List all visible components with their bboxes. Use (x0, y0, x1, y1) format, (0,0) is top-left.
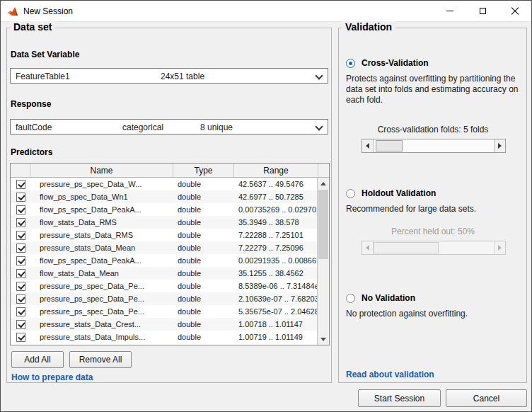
close-button[interactable] (499, 1, 531, 21)
predictor-range: 35.3949 .. 38.578 (234, 218, 318, 227)
predictor-range: 8.5389e-06 .. 7.31484e-05 (234, 282, 318, 290)
predictor-checkbox[interactable] (16, 231, 25, 240)
column-header-range[interactable]: Range (234, 164, 318, 177)
predictor-name: pressure_stats_Data_Mean (30, 244, 173, 252)
predictors-table: Name Type Range pressure_ps_spec_Data_W.… (10, 163, 330, 345)
radio-unselected-icon (346, 294, 355, 303)
no-validation-description: No protection against overfitting. (346, 309, 523, 319)
table-scrollbar[interactable] (317, 178, 329, 345)
table-row[interactable]: pressure_ps_spec_Data_Pe... double 5.356… (11, 305, 318, 318)
table-row[interactable]: flow_ps_spec_Data_PeakA... double 0.0029… (11, 254, 318, 267)
predictor-checkbox[interactable] (16, 205, 25, 214)
table-row[interactable]: pressure_stats_Data_Crest... double 1.00… (11, 318, 318, 331)
response-info: 8 unique (200, 122, 233, 132)
predictor-type: double (173, 231, 234, 239)
cross-validation-description: Protects against overfitting by partitio… (346, 74, 523, 105)
holdout-validation-radio[interactable]: Holdout Validation (346, 188, 436, 198)
predictor-name: pressure_stats_Data_Crest... (30, 320, 173, 328)
table-row[interactable]: pressure_stats_Data_Impuls... double 1.0… (11, 331, 318, 343)
table-row[interactable]: pressure_stats_Data_Mean double 7.22279 … (11, 241, 318, 254)
response-type: categorical (122, 122, 163, 132)
predictors-label: Predictors (11, 147, 52, 157)
predictor-range: 0.00735269 .. 0.0297018 (234, 205, 318, 214)
predictor-checkbox[interactable] (16, 307, 25, 316)
new-session-dialog: New Session Data set Data Set Variable F… (0, 0, 532, 412)
data-set-variable-value: FeatureTable1 (16, 71, 70, 81)
folds-slider-thumb[interactable] (376, 140, 403, 151)
predictor-checkbox[interactable] (16, 320, 25, 329)
arrow-up-icon (320, 182, 326, 185)
predictor-range: 42.5637 .. 49.5476 (234, 180, 318, 188)
close-icon (511, 7, 519, 16)
predictor-range: 7.22288 .. 7.25101 (234, 231, 318, 239)
slider-left-arrow-button[interactable] (362, 139, 374, 152)
data-set-variable-label: Data Set Variable (11, 50, 79, 59)
maximize-button[interactable] (466, 1, 499, 21)
scroll-down-button[interactable] (318, 333, 329, 345)
predictor-name: flow_stats_Data_RMS (30, 218, 173, 227)
validation-panel: Validation Cross-Validation Protects aga… (338, 28, 527, 383)
folds-label: Cross-validation folds: 5 folds (346, 125, 520, 135)
table-body: pressure_ps_spec_Data_W... double 42.563… (11, 178, 318, 345)
predictor-range: 5.35675e-07 .. 2.04628e-06 (234, 307, 318, 316)
data-set-variable-dropdown[interactable]: FeatureTable1 24x51 table (10, 68, 328, 84)
predictor-type: double (173, 269, 234, 277)
scroll-up-button[interactable] (318, 178, 329, 189)
holdout-validation-label: Holdout Validation (362, 188, 436, 198)
scrollbar-thumb[interactable] (318, 190, 328, 259)
predictor-type: double (173, 256, 234, 265)
remove-all-button[interactable]: Remove All (69, 351, 132, 368)
folds-slider[interactable] (362, 139, 506, 153)
window-title: New Session (23, 6, 73, 16)
column-header-checkbox[interactable] (11, 164, 30, 177)
column-header-name[interactable]: Name (30, 164, 173, 177)
slider-right-arrow-button[interactable] (494, 139, 505, 152)
predictor-checkbox[interactable] (16, 269, 25, 278)
how-to-prepare-data-link[interactable]: How to prepare data (11, 372, 93, 382)
predictor-name: flow_ps_spec_Data_PeakA... (30, 205, 173, 214)
chevron-down-icon (316, 124, 322, 130)
predictor-checkbox[interactable] (16, 256, 25, 265)
minimize-button[interactable] (434, 1, 466, 21)
table-row[interactable]: pressure_ps_spec_Data_W... double 42.563… (11, 178, 318, 190)
predictor-checkbox[interactable] (16, 282, 25, 291)
predictor-checkbox[interactable] (16, 180, 25, 189)
predictor-checkbox[interactable] (16, 193, 25, 202)
predictor-name: flow_ps_spec_Data_PeakA... (30, 256, 173, 265)
table-row[interactable]: pressure_ps_spec_Data_Pe... double 8.538… (11, 280, 318, 292)
cross-validation-radio[interactable]: Cross-Validation (346, 58, 429, 68)
predictor-checkbox[interactable] (16, 294, 25, 304)
response-label: Response (11, 99, 51, 109)
predictor-name: pressure_ps_spec_Data_Pe... (30, 282, 173, 290)
start-session-button[interactable]: Start Session (358, 389, 441, 407)
table-row[interactable]: flow_stats_Data_Mean double 35.1255 .. 3… (11, 267, 318, 280)
response-dropdown[interactable]: faultCode categorical 8 unique (10, 119, 328, 135)
predictor-checkbox[interactable] (16, 218, 25, 227)
arrow-left-icon (366, 143, 369, 149)
percent-slider-thumb (374, 242, 439, 253)
predictor-range: 2.10639e-07 .. 7.68203e-07 (234, 294, 318, 303)
arrow-right-icon (498, 143, 502, 149)
predictor-type: double (173, 218, 234, 227)
predictor-checkbox[interactable] (16, 244, 25, 253)
predictor-checkbox[interactable] (16, 333, 25, 342)
column-header-type[interactable]: Type (173, 164, 234, 177)
no-validation-radio[interactable]: No Validation (346, 293, 415, 303)
table-header: Name Type Range (11, 164, 329, 178)
predictor-type: double (173, 205, 234, 214)
table-row[interactable]: pressure_stats_Data_RMS double 7.22288 .… (11, 229, 318, 241)
predictor-range: 1.00719 .. 1.01149 (234, 333, 318, 341)
arrow-down-icon (320, 338, 326, 341)
table-row[interactable]: flow_stats_Data_RMS double 35.3949 .. 38… (11, 216, 318, 229)
add-all-button[interactable]: Add All (11, 351, 64, 368)
cancel-button[interactable]: Cancel (446, 389, 527, 407)
table-row[interactable]: flow_ps_spec_Data_PeakA... double 0.0073… (11, 203, 318, 216)
predictor-type: double (173, 193, 234, 201)
read-about-validation-link[interactable]: Read about validation (346, 370, 434, 379)
dataset-panel: Data set Data Set Variable FeatureTable1… (6, 28, 332, 383)
table-row[interactable]: flow_ps_spec_Data_Wn1 double 42.6977 .. … (11, 190, 318, 203)
predictor-type: double (173, 307, 234, 316)
table-row[interactable]: pressure_ps_spec_Data_Pe... double 2.106… (11, 292, 318, 305)
predictor-name: pressure_ps_spec_Data_Pe... (30, 294, 173, 303)
arrow-right-icon (498, 245, 502, 251)
